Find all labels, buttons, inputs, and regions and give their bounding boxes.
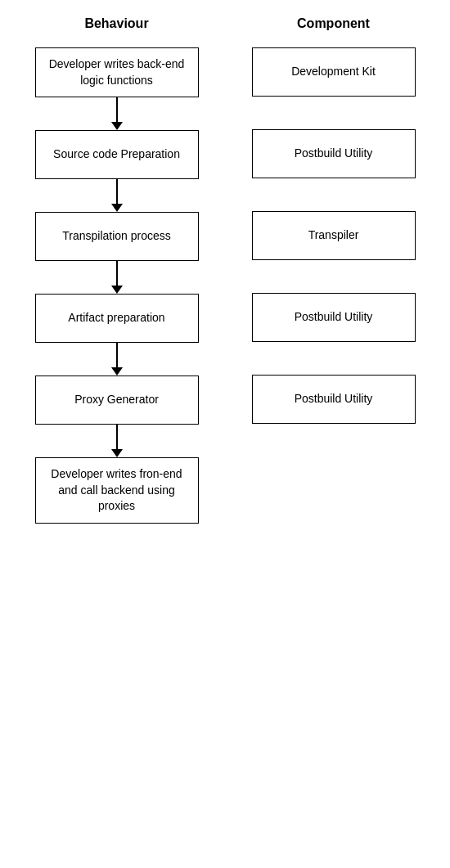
arrow-2 (111, 179, 123, 212)
box-artifact-preparation: Artifact preparation (35, 294, 199, 343)
arrow-head-4 (111, 367, 123, 376)
arrow-5 (111, 425, 123, 457)
box-developer-writes-backend: Developer writes back-end logic function… (35, 47, 199, 97)
arrow-head-1 (111, 122, 123, 130)
right-item-1: Development Kit (252, 47, 416, 97)
box-developer-writes-frontend: Developer writes fron-end and call backe… (35, 457, 199, 524)
box-proxy-generator: Proxy Generator (35, 376, 199, 425)
right-column: Development Kit Postbuild Utility Transp… (225, 47, 442, 424)
arrow-head-5 (111, 449, 123, 457)
right-item-4: Postbuild Utility (252, 293, 416, 342)
component-header: Component (225, 16, 442, 31)
arrow-1 (111, 97, 123, 130)
box-transpiler: Transpiler (252, 211, 416, 260)
left-column: Developer writes back-end logic function… (8, 47, 225, 524)
box-postbuild-utility-2: Postbuild Utility (252, 293, 416, 342)
arrow-line-2 (116, 179, 118, 204)
arrow-line-1 (116, 97, 118, 122)
right-item-3: Transpiler (252, 211, 416, 260)
right-item-5: Postbuild Utility (252, 375, 416, 424)
arrow-line-4 (116, 343, 118, 367)
box-postbuild-utility-1: Postbuild Utility (252, 129, 416, 178)
box-postbuild-utility-3: Postbuild Utility (252, 375, 416, 424)
columns-header: Behaviour Component (8, 16, 442, 31)
box-transpilation-process: Transpilation process (35, 212, 199, 261)
columns-body: Developer writes back-end logic function… (8, 47, 442, 524)
arrow-head-3 (111, 286, 123, 294)
right-item-2: Postbuild Utility (252, 129, 416, 178)
arrow-head-2 (111, 204, 123, 212)
box-development-kit: Development Kit (252, 47, 416, 97)
arrow-line-5 (116, 425, 118, 449)
diagram-container: Behaviour Component Developer writes bac… (0, 0, 450, 540)
behaviour-header: Behaviour (8, 16, 225, 31)
arrow-line-3 (116, 261, 118, 286)
arrow-3 (111, 261, 123, 294)
box-source-code-prep: Source code Preparation (35, 130, 199, 179)
arrow-4 (111, 343, 123, 376)
